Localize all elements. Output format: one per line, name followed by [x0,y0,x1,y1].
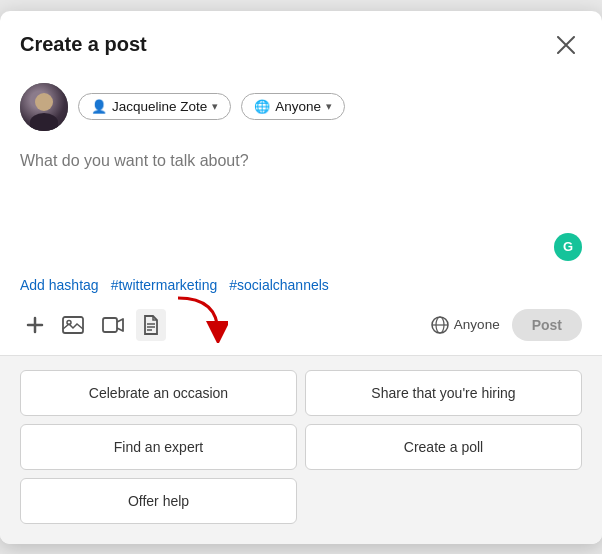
svg-rect-4 [103,318,117,332]
avatar [20,83,68,131]
hashtag-row: Add hashtag #twittermarketing #socialcha… [0,269,602,301]
toolbar-audience-button[interactable]: Anyone [431,316,500,334]
user-row: 👤 Jacqueline Zote ▾ 🌐 Anyone ▾ [0,75,602,143]
document-icon-button[interactable] [136,309,166,341]
arrow-indicator [168,293,228,347]
post-button[interactable]: Post [512,309,582,341]
add-hashtag-button[interactable]: Add hashtag [20,277,99,293]
modal-header: Create a post [0,11,602,75]
image-icon-button[interactable] [56,310,90,340]
create-poll-button[interactable]: Create a poll [305,424,582,470]
modal-title: Create a post [20,33,147,56]
author-dropdown[interactable]: 👤 Jacqueline Zote ▾ [78,93,231,120]
offer-help-button[interactable]: Offer help [20,478,297,524]
add-icon-button[interactable] [20,310,50,340]
find-expert-button[interactable]: Find an expert [20,424,297,470]
post-placeholder: What do you want to talk about? [20,149,582,173]
svg-rect-2 [63,317,83,333]
grammarly-button[interactable]: G [554,233,582,261]
hiring-button[interactable]: Share that you're hiring [305,370,582,416]
toolbar-right: Anyone Post [431,309,582,341]
grammarly-area: G [0,233,602,269]
audience-chevron-icon: ▾ [326,100,332,113]
options-grid: Celebrate an occasion Share that you're … [0,356,602,544]
globe-icon: 🌐 [254,99,270,114]
close-button[interactable] [550,29,582,61]
video-icon-button[interactable] [96,310,130,340]
hashtag-twitter[interactable]: #twittermarketing [111,277,218,293]
celebrate-button[interactable]: Celebrate an occasion [20,370,297,416]
create-post-modal: Create a post 👤 Jacqueline Zote ▾ 🌐 Anyo… [0,11,602,544]
toolbar-left [20,309,166,341]
author-name: Jacqueline Zote [112,99,207,114]
person-icon: 👤 [91,99,107,114]
author-chevron-icon: ▾ [212,100,218,113]
hashtag-social[interactable]: #socialchannels [229,277,329,293]
toolbar-audience-label: Anyone [454,317,500,332]
audience-dropdown[interactable]: 🌐 Anyone ▾ [241,93,345,120]
audience-label: Anyone [275,99,321,114]
toolbar-row: Anyone Post [0,301,602,356]
post-text-area[interactable]: What do you want to talk about? [0,143,602,233]
